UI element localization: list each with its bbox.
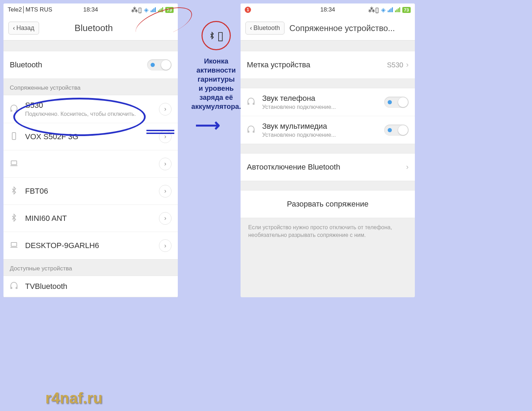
- annotation-arrow: ⟶: [195, 115, 220, 135]
- detail-button[interactable]: ›: [159, 239, 172, 252]
- device-name: FBT06: [25, 187, 159, 196]
- headphones-icon: [10, 104, 20, 114]
- profile-sub: Установлено подключение...: [262, 104, 384, 110]
- page-title: Bluetooth: [15, 23, 173, 33]
- laptop-icon: [10, 241, 20, 251]
- auto-off-row[interactable]: Автоотключение Bluetooth ›: [241, 154, 415, 181]
- phone-left: Tele2│MTS RUS 18:34 ⁂▯ ◈ 73 ‹Назад Bluet…: [3, 3, 178, 297]
- clock: 18:34: [320, 6, 335, 13]
- battery-badge: 73: [165, 7, 174, 13]
- chevron-left-icon: ‹: [250, 24, 252, 32]
- device-name: VOX S502F 3G: [25, 132, 159, 141]
- back-button[interactable]: ‹Bluetooth: [245, 22, 284, 35]
- notification-badge: 1: [245, 7, 251, 13]
- back-label: Bluetooth: [253, 24, 280, 32]
- clock: 18:34: [83, 6, 98, 13]
- section-available: Доступные устройства: [3, 260, 178, 276]
- status-bar: Tele2│MTS RUS 18:34 ⁂▯ ◈ 73: [3, 3, 178, 16]
- bluetooth-label: Bluetooth: [10, 60, 147, 69]
- unpair-button[interactable]: Разорвать сопряжение: [241, 190, 415, 218]
- detail-button[interactable]: ›: [159, 212, 172, 225]
- device-row[interactable]: ›: [3, 150, 178, 178]
- signal-icon-2: [158, 7, 163, 12]
- device-row[interactable]: MINI60 ANT ›: [3, 205, 178, 232]
- detail-button[interactable]: ›: [159, 185, 172, 197]
- wifi-icon: ◈: [381, 6, 386, 14]
- section-paired: Сопряженные устройства: [3, 79, 178, 95]
- profile-toggle[interactable]: [384, 125, 409, 136]
- bluetooth-toggle[interactable]: [147, 59, 172, 70]
- carrier-label: Tele2│MTS RUS: [8, 6, 52, 13]
- battery-badge: 73: [402, 7, 411, 13]
- phone-icon: [10, 132, 20, 142]
- profile-name: Звук мультимедиа: [262, 122, 384, 131]
- device-row[interactable]: S530Подключено. Коснитесь, чтобы отключи…: [3, 95, 178, 123]
- bluetooth-battery-icon: ⁂▯: [368, 6, 379, 14]
- hint-text: Если устройство нужно просто отключить о…: [241, 218, 415, 245]
- annotation-text: Иконка активности гарнитуры и уровень за…: [185, 57, 248, 111]
- bluetooth-toggle-row[interactable]: Bluetooth: [3, 51, 178, 79]
- headphones-icon: [247, 125, 257, 135]
- unpair-label: Разорвать сопряжение: [287, 200, 368, 209]
- label-text: Метка устройства: [247, 60, 387, 69]
- device-label-row[interactable]: Метка устройства S530 ›: [241, 51, 415, 79]
- signal-icon: [151, 7, 156, 12]
- profile-row[interactable]: Звук мультимедиаУстановлено подключение.…: [241, 116, 415, 144]
- bluetooth-icon: [10, 214, 20, 223]
- phone-right: 1 18:34 ⁂▯ ◈ 73 ‹Bluetooth Сопряженное у…: [241, 3, 415, 297]
- device-row[interactable]: TVBluetooth: [3, 276, 178, 297]
- detail-button[interactable]: ›: [159, 158, 172, 170]
- device-name: S530: [25, 101, 159, 110]
- status-bar: 1 18:34 ⁂▯ ◈ 73: [241, 3, 415, 16]
- chevron-right-icon: ›: [406, 60, 409, 69]
- device-name: MINI60 ANT: [25, 214, 159, 223]
- bluetooth-icon: [10, 186, 20, 196]
- profile-row[interactable]: Звук телефонаУстановлено подключение...: [241, 88, 415, 116]
- headphones-icon: [10, 282, 20, 291]
- watermark: r4naf.ru: [45, 389, 102, 407]
- device-name: DESKTOP-9GARLH6: [25, 241, 159, 250]
- svg-rect-1: [11, 161, 17, 165]
- header: ‹Назад Bluetooth: [3, 16, 178, 40]
- bluetooth-battery-large-icon: ▯: [202, 21, 231, 50]
- auto-off-label: Автоотключение Bluetooth: [247, 163, 406, 172]
- headphones-icon: [247, 97, 257, 107]
- detail-button[interactable]: ›: [159, 103, 172, 115]
- page-title: Сопряженное устройство...: [289, 23, 395, 33]
- header: ‹Bluetooth Сопряженное устройство...: [241, 16, 415, 40]
- annotation-underline: [146, 130, 174, 134]
- profile-sub: Установлено подключение...: [262, 132, 384, 138]
- svg-rect-2: [11, 242, 17, 246]
- chevron-right-icon: ›: [406, 163, 409, 172]
- svg-rect-0: [12, 133, 16, 140]
- device-name: TVBluetooth: [25, 282, 172, 291]
- signal-icon-2: [395, 7, 400, 12]
- signal-icon: [388, 7, 393, 12]
- label-value: S530: [387, 61, 403, 69]
- device-row[interactable]: VOX S502F 3G ›: [3, 123, 178, 150]
- annotation-block: ▯ Иконка активности гарнитуры и уровень …: [185, 21, 248, 111]
- device-row[interactable]: FBT06 ›: [3, 178, 178, 205]
- device-sub: Подключено. Коснитесь, чтобы отключить.: [25, 111, 159, 117]
- laptop-icon: [10, 159, 20, 169]
- profile-name: Звук телефона: [262, 94, 384, 103]
- device-row[interactable]: DESKTOP-9GARLH6 ›: [3, 232, 178, 259]
- wifi-icon: ◈: [144, 6, 149, 14]
- profile-toggle[interactable]: [384, 97, 409, 108]
- bluetooth-battery-icon: ⁂▯: [131, 6, 142, 14]
